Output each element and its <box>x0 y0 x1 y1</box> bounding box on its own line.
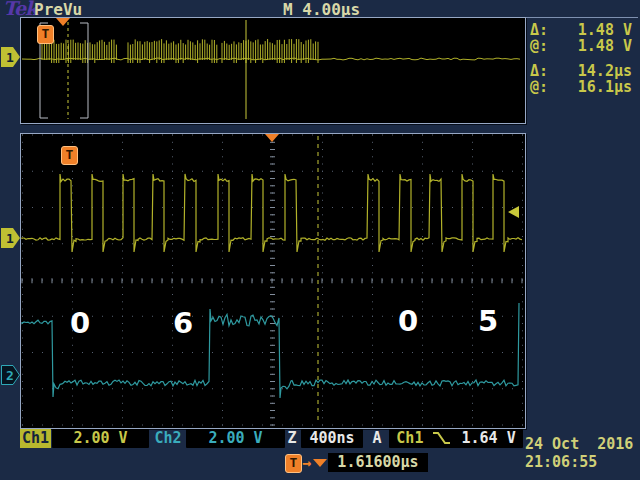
decoded-value-1: 6 <box>173 306 193 340</box>
ch1-scale-readout: 2.00 V <box>52 429 149 448</box>
trigger-level-value: 1.64 V <box>461 429 515 447</box>
svg-text:1: 1 <box>6 231 14 246</box>
trigger-t-marker-overview[interactable]: T <box>37 25 54 44</box>
ch2-trace <box>22 303 519 398</box>
trigger-group-label: A <box>370 429 384 448</box>
oscilloscope-screen: Tek PreVu M 4.00µs T T 1 1 2 0 6 0 5 Δ:1… <box>0 0 640 480</box>
ch2-label[interactable]: Ch2 <box>152 429 184 448</box>
trigger-level-arrow-icon[interactable] <box>508 206 519 218</box>
decoded-value-0: 0 <box>70 306 90 340</box>
trigger-readout: Ch1 1.64 V <box>389 429 523 448</box>
trigger-delay-t-icon: T <box>285 454 302 473</box>
zoom-label: Z <box>286 429 298 448</box>
ch1-tag-overview[interactable]: 1 <box>1 47 20 67</box>
trigger-delay-readout: 1.61600µs <box>328 453 428 472</box>
ch1-tag-main[interactable]: 1 <box>1 228 20 248</box>
zoom-timebase-readout: 400ns <box>301 429 363 448</box>
trigger-position-icon-main[interactable] <box>265 134 279 142</box>
decoded-value-2: 0 <box>398 304 418 338</box>
trigger-position-icon-overview[interactable] <box>56 18 70 26</box>
ch1-label-chip[interactable]: Ch1 <box>20 429 51 448</box>
trigger-source: Ch1 <box>396 429 423 448</box>
main-waveform <box>21 134 523 426</box>
time-readout: 21:06:55 <box>525 453 638 471</box>
date-readout: 24 Oct 2016 <box>525 435 638 453</box>
overview-waveform-panel <box>20 17 526 124</box>
trigger-t-marker-main[interactable]: T <box>61 146 78 165</box>
arrow-right-icon: → <box>302 454 311 472</box>
ch2-scale-readout: 2.00 V <box>186 429 285 448</box>
overview-waveform <box>21 18 523 121</box>
ch2-tag-main[interactable]: 2 <box>1 365 20 385</box>
zoom-window-right-bracket <box>80 23 88 118</box>
triangle-down-icon <box>313 459 327 467</box>
svg-text:1: 1 <box>6 50 14 65</box>
decoded-value-3: 5 <box>478 304 498 338</box>
svg-text:2: 2 <box>6 368 14 383</box>
falling-edge-icon <box>432 430 452 446</box>
main-graticule-panel <box>20 133 526 429</box>
